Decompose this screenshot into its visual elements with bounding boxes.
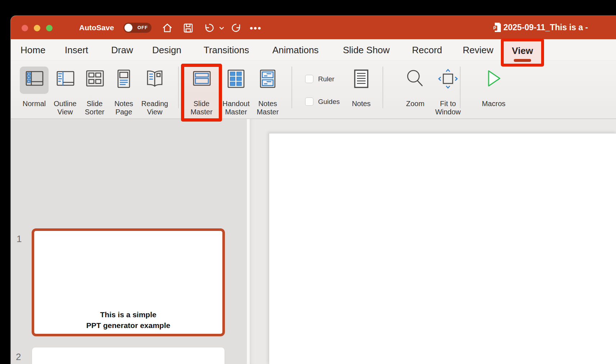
notes-icon — [351, 69, 371, 89]
home-icon[interactable] — [162, 23, 173, 33]
macros-icon — [484, 69, 504, 89]
zoom-icon — [405, 69, 425, 89]
document-title-area: P 2025-09-11_This is a - — [492, 16, 616, 39]
tab-home[interactable]: Home — [21, 39, 45, 61]
handout-master-icon — [226, 69, 246, 89]
tab-view-label: View — [504, 40, 541, 61]
title-bar: AutoSave OFF ••• — [11, 16, 616, 39]
notes-page-icon — [114, 69, 134, 89]
document-title: 2025-09-11_This is a - — [503, 16, 588, 39]
tab-slide-show[interactable]: Slide Show — [343, 39, 390, 61]
macros-button[interactable]: Macros — [479, 67, 509, 117]
slide-master-button[interactable]: SlideMaster — [186, 67, 217, 117]
powerpoint-window: AutoSave OFF ••• — [11, 16, 616, 364]
tab-draw[interactable]: Draw — [111, 39, 133, 61]
group-divider — [460, 67, 461, 108]
screenshot-stage: AutoSave OFF ••• — [0, 0, 616, 364]
redo-icon[interactable] — [231, 23, 242, 33]
slide-editor-area — [250, 119, 616, 364]
handout-master-button[interactable]: HandoutMaster — [221, 67, 251, 117]
powerpoint-file-icon: P — [492, 22, 501, 35]
more-commands-icon[interactable]: ••• — [250, 23, 262, 33]
active-tab-underline — [514, 59, 531, 62]
notes-master-button[interactable]: NotesMaster — [253, 67, 283, 117]
notes-master-icon — [258, 69, 278, 89]
slide-number: 1 — [17, 233, 22, 245]
autosave-toggle[interactable]: OFF — [123, 23, 151, 33]
save-icon[interactable] — [183, 23, 194, 33]
checkbox-icon — [305, 97, 313, 106]
tab-design[interactable]: Design — [152, 39, 181, 61]
fit-to-window-button[interactable]: Fit toWindow — [433, 67, 463, 117]
slide-thumbnail-2[interactable]: Two lines make a new slide. — [32, 347, 225, 364]
notes-button[interactable]: Notes — [346, 67, 376, 117]
slide-sorter-icon — [85, 69, 105, 89]
normal-view-icon — [24, 69, 44, 89]
tab-view-active[interactable]: View — [504, 40, 541, 64]
toggle-knob-icon — [124, 24, 132, 32]
autosave-label: AutoSave — [79, 16, 114, 39]
close-button[interactable] — [22, 25, 28, 31]
panel-splitter[interactable] — [247, 119, 250, 364]
fit-to-window-icon — [438, 69, 458, 89]
tab-review[interactable]: Review — [463, 39, 493, 61]
minimize-button[interactable] — [34, 25, 40, 31]
slide-canvas[interactable] — [269, 133, 616, 364]
slide-number: 2 — [16, 351, 21, 363]
slide-thumbnail-1-selected[interactable]: This is a simple PPT generator example — [32, 228, 225, 336]
checkbox-icon — [305, 75, 313, 83]
undo-icon[interactable] — [204, 23, 214, 33]
reading-view-icon — [145, 69, 165, 89]
zoom-button[interactable]: Zoom — [400, 67, 430, 117]
slide-master-icon — [191, 69, 212, 89]
tab-animations[interactable]: Animations — [272, 39, 319, 61]
ribbon-tab-row: Home Insert Draw Design Transitions Anim… — [11, 39, 616, 61]
tab-record[interactable]: Record — [412, 39, 442, 61]
outline-view-icon — [55, 69, 75, 89]
svg-text:P: P — [493, 26, 496, 31]
group-divider — [382, 67, 383, 108]
tab-transitions[interactable]: Transitions — [204, 39, 249, 61]
group-divider — [291, 67, 292, 108]
group-divider — [178, 67, 179, 108]
tab-insert[interactable]: Insert — [65, 39, 88, 61]
undo-dropdown-chevron[interactable] — [219, 23, 225, 33]
zoom-window-button[interactable] — [46, 25, 53, 31]
slide-thumbnail-panel: 1 2 This is a simple PPT generator examp… — [11, 119, 247, 364]
ribbon-view: Normal OutlineView — [11, 61, 616, 119]
reading-view-button[interactable]: ReadingView — [140, 67, 170, 117]
autosave-state: OFF — [137, 23, 148, 33]
